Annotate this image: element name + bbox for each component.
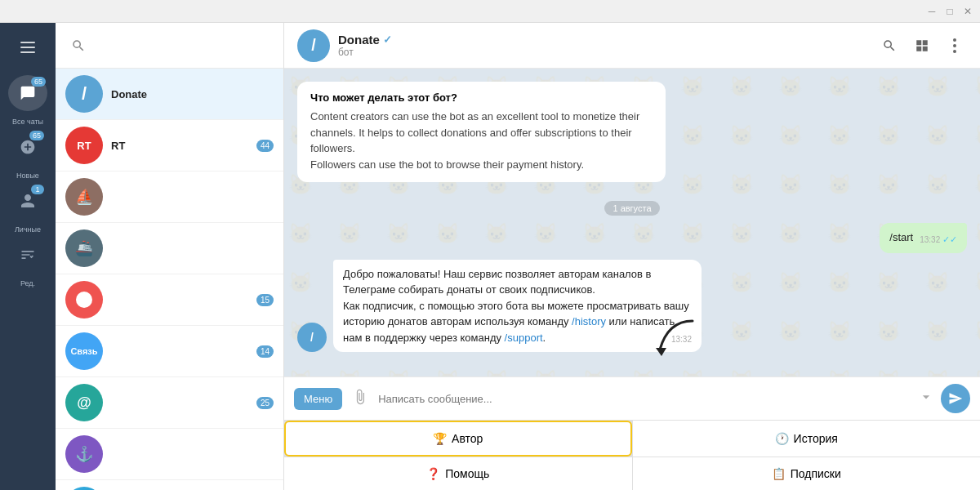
close-button[interactable]: ✕ — [962, 6, 973, 17]
chat-input-row: Меню — [284, 377, 980, 420]
verified-icon: ✓ — [383, 33, 392, 46]
help-icon: ❓ — [426, 467, 440, 480]
bot-avatar-small: / — [297, 323, 327, 352]
hamburger-button[interactable] — [10, 29, 46, 65]
chat-input-area: Меню — [284, 376, 980, 490]
bot-button-author[interactable]: 🏆 Автор — [284, 421, 632, 457]
message-row-outgoing: /start 13:32 ✓✓ — [297, 223, 967, 253]
messages-area: Что может делать этот бот? Content creat… — [284, 69, 980, 376]
svg-text:C: C — [81, 294, 88, 305]
attach-icon[interactable] — [349, 385, 372, 412]
search-messages-icon[interactable] — [877, 33, 902, 58]
bot-intro-bubble: Что может делать этот бот? Content creat… — [297, 82, 666, 182]
history-link[interactable]: /history — [572, 315, 606, 327]
bot-button-subscriptions[interactable]: 📋 Подписки — [633, 457, 981, 490]
svg-rect-2 — [20, 51, 35, 53]
bot-buttons-panel: 🏆 Автор 🕐 История ❓ Помощь 📋 Подписки — [284, 420, 980, 490]
more-options-icon[interactable] — [942, 33, 967, 58]
chat-item-5[interactable]: C 15 — [56, 274, 283, 326]
chat-item-6[interactable]: Связь 14 — [56, 326, 283, 377]
bot-button-history[interactable]: 🕐 История — [633, 421, 981, 457]
svg-point-7 — [953, 50, 956, 53]
chat-item-3[interactable]: ⛵ — [56, 172, 283, 223]
chat-list: / Donate RT RT 44 — [56, 23, 284, 490]
chat-header: / Donate ✓ бот — [284, 23, 980, 69]
minimize-button[interactable]: ─ — [926, 6, 938, 17]
chat-item-donate[interactable]: / Donate — [56, 69, 283, 120]
message-row-intro: Что может делать этот бот? Content creat… — [297, 82, 967, 190]
scroll-down-icon[interactable] — [918, 389, 934, 408]
chat-name-donate: Donate — [111, 88, 274, 100]
svg-rect-0 — [20, 42, 35, 43]
chat-item-8[interactable]: ⚓ — [56, 429, 283, 480]
chat-header-actions — [877, 33, 967, 58]
chat-subtitle: бот — [338, 47, 877, 58]
chat-item-telegram[interactable]: ✈ Telegram 1 — [56, 480, 283, 490]
chat-list-header — [56, 23, 283, 69]
help-label: Помощь — [445, 467, 489, 480]
outgoing-message: /start 13:32 ✓✓ — [880, 223, 967, 253]
new-label: Новые — [16, 172, 39, 180]
chat-item-4[interactable]: 🚢 — [56, 223, 283, 274]
maximize-button[interactable]: □ — [944, 6, 956, 17]
all-chats-label: Все чаты — [12, 118, 43, 126]
bot-button-help[interactable]: ❓ Помощь — [284, 457, 632, 490]
subscriptions-label: Подписки — [791, 467, 841, 480]
chat-items-list: / Donate RT RT 44 — [56, 69, 283, 490]
incoming-message: Добро пожаловаты! Наш сервис позволяет а… — [333, 260, 702, 353]
sidebar-item-personal[interactable]: 1 — [10, 183, 46, 219]
menu-button[interactable]: Меню — [294, 388, 342, 410]
support-link[interactable]: /support — [505, 332, 543, 344]
sidebar: 65 Все чаты 65 Новые 1 Личные — [0, 23, 56, 490]
input-right-actions — [918, 384, 970, 413]
history-label: История — [794, 432, 838, 445]
chat-title: Donate ✓ — [338, 33, 877, 47]
bot-intro-title: Что может делать этот бот? — [310, 91, 653, 104]
edit-label: Ред. — [20, 279, 35, 287]
personal-label: Личные — [15, 225, 41, 234]
author-label: Автор — [452, 432, 483, 445]
chat-header-info: Donate ✓ бот — [330, 33, 877, 58]
sidebar-item-edit[interactable] — [10, 237, 46, 273]
sidebar-item-new[interactable]: 65 — [10, 129, 46, 165]
send-button[interactable] — [941, 384, 970, 413]
svg-point-6 — [953, 44, 956, 47]
message-input[interactable] — [378, 393, 911, 405]
history-icon: 🕐 — [775, 432, 789, 445]
bot-intro-text: Content creators can use the bot as an e… — [310, 109, 653, 172]
author-icon: 🏆 — [433, 432, 447, 445]
date-divider: 1 августа — [297, 200, 967, 215]
svg-rect-1 — [20, 47, 35, 48]
subscriptions-icon: 📋 — [772, 467, 786, 480]
window-controls: ─ □ ✕ — [926, 6, 973, 17]
message-row-incoming: / Добро пожаловаты! Наш сервис позволяет… — [297, 260, 967, 353]
chat-item-rt[interactable]: RT RT 44 — [56, 120, 283, 172]
chat-search-icon[interactable] — [65, 33, 91, 59]
svg-point-5 — [953, 38, 956, 42]
chat-item-7[interactable]: @ 25 — [56, 377, 283, 429]
sidebar-item-all-chats[interactable]: 65 — [8, 75, 47, 111]
chat-main: / Donate ✓ бот — [284, 23, 980, 490]
columns-icon[interactable] — [910, 33, 934, 58]
